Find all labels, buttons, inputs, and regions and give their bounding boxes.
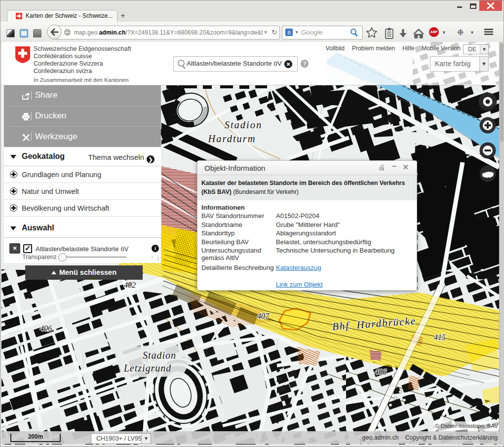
svg-text:406: 406: [40, 324, 52, 333]
svg-text:Hardturm: Hardturm: [207, 133, 256, 144]
svg-text:Stadion: Stadion: [225, 119, 263, 130]
svg-text:406: 406: [375, 368, 387, 376]
svg-text:Stadion: Stadion: [143, 350, 176, 361]
svg-text:415: 415: [434, 333, 446, 341]
svg-text:402: 402: [124, 281, 136, 289]
svg-text:407: 407: [257, 312, 270, 320]
svg-text:Letzigrund: Letzigrund: [123, 363, 172, 374]
